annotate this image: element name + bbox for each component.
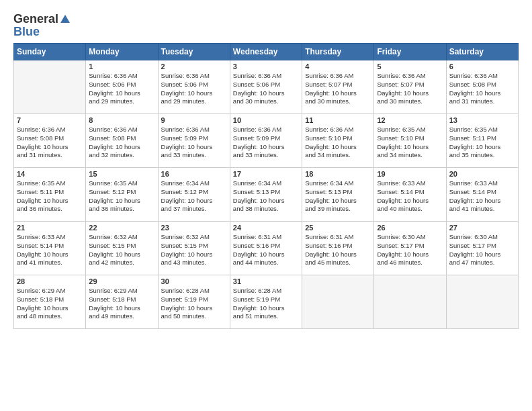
day-info: Sunrise: 6:36 AM Sunset: 5:08 PM Dayligh… (449, 72, 515, 106)
day-number: 24 (233, 224, 299, 232)
day-info: Sunrise: 6:35 AM Sunset: 5:12 PM Dayligh… (89, 179, 154, 214)
day-number: 9 (161, 116, 227, 124)
logo-blue: Blue (13, 25, 40, 39)
svg-marker-0 (60, 15, 70, 23)
calendar-header-row: SundayMondayTuesdayWednesdayThursdayFrid… (14, 44, 519, 60)
calendar-header-monday: Monday (86, 44, 158, 60)
day-info: Sunrise: 6:33 AM Sunset: 5:14 PM Dayligh… (377, 179, 443, 214)
calendar-cell: 17Sunrise: 6:34 AM Sunset: 5:13 PM Dayli… (230, 168, 302, 222)
day-number: 2 (161, 62, 227, 71)
day-number: 11 (305, 116, 371, 124)
day-number: 19 (377, 170, 443, 178)
calendar-header-friday: Friday (374, 44, 446, 60)
day-info: Sunrise: 6:36 AM Sunset: 5:06 PM Dayligh… (233, 72, 299, 106)
day-number: 23 (161, 224, 227, 232)
day-info: Sunrise: 6:36 AM Sunset: 5:06 PM Dayligh… (161, 72, 227, 106)
day-number: 7 (17, 116, 83, 124)
calendar-cell: 14Sunrise: 6:35 AM Sunset: 5:11 PM Dayli… (14, 168, 86, 222)
day-number: 28 (17, 277, 83, 285)
day-number: 6 (449, 62, 515, 71)
day-number: 15 (89, 170, 154, 178)
day-number: 8 (89, 116, 154, 124)
calendar-cell: 9Sunrise: 6:36 AM Sunset: 5:09 PM Daylig… (158, 114, 230, 168)
day-info: Sunrise: 6:36 AM Sunset: 5:08 PM Dayligh… (17, 126, 83, 160)
day-info: Sunrise: 6:33 AM Sunset: 5:14 PM Dayligh… (449, 179, 515, 214)
calendar-cell: 18Sunrise: 6:34 AM Sunset: 5:13 PM Dayli… (302, 168, 374, 222)
calendar-header-thursday: Thursday (302, 44, 374, 60)
calendar-cell: 2Sunrise: 6:36 AM Sunset: 5:06 PM Daylig… (158, 60, 230, 114)
day-number: 4 (305, 62, 371, 71)
calendar-cell: 21Sunrise: 6:33 AM Sunset: 5:14 PM Dayli… (14, 222, 86, 275)
calendar-cell: 6Sunrise: 6:36 AM Sunset: 5:08 PM Daylig… (446, 60, 518, 114)
header: General Blue (13, 12, 519, 39)
calendar-cell (302, 275, 374, 329)
day-info: Sunrise: 6:33 AM Sunset: 5:14 PM Dayligh… (17, 233, 83, 267)
calendar-cell: 3Sunrise: 6:36 AM Sunset: 5:06 PM Daylig… (230, 60, 302, 114)
calendar-cell (374, 275, 446, 329)
day-number: 30 (161, 277, 227, 285)
day-number: 5 (377, 62, 443, 71)
day-number: 25 (305, 224, 371, 232)
page: General Blue SundayMondayTuesdayWednesda… (0, 0, 532, 336)
calendar-cell: 29Sunrise: 6:29 AM Sunset: 5:18 PM Dayli… (86, 275, 158, 329)
calendar-header-sunday: Sunday (14, 44, 86, 60)
day-info: Sunrise: 6:36 AM Sunset: 5:07 PM Dayligh… (377, 72, 443, 106)
calendar-cell: 4Sunrise: 6:36 AM Sunset: 5:07 PM Daylig… (302, 60, 374, 114)
day-number: 31 (233, 277, 299, 285)
calendar-cell: 24Sunrise: 6:31 AM Sunset: 5:16 PM Dayli… (230, 222, 302, 275)
day-info: Sunrise: 6:35 AM Sunset: 5:11 PM Dayligh… (449, 126, 515, 160)
calendar-cell: 19Sunrise: 6:33 AM Sunset: 5:14 PM Dayli… (374, 168, 446, 222)
day-info: Sunrise: 6:36 AM Sunset: 5:10 PM Dayligh… (305, 126, 371, 160)
calendar-cell: 8Sunrise: 6:36 AM Sunset: 5:08 PM Daylig… (86, 114, 158, 168)
day-number: 22 (89, 224, 154, 232)
day-info: Sunrise: 6:31 AM Sunset: 5:16 PM Dayligh… (233, 233, 299, 267)
day-info: Sunrise: 6:28 AM Sunset: 5:19 PM Dayligh… (233, 287, 299, 321)
calendar-week-4: 21Sunrise: 6:33 AM Sunset: 5:14 PM Dayli… (14, 222, 519, 275)
calendar-week-5: 28Sunrise: 6:29 AM Sunset: 5:18 PM Dayli… (14, 275, 519, 329)
calendar-week-1: 1Sunrise: 6:36 AM Sunset: 5:06 PM Daylig… (14, 60, 519, 114)
day-number: 14 (17, 170, 83, 178)
day-info: Sunrise: 6:34 AM Sunset: 5:13 PM Dayligh… (233, 179, 299, 214)
day-info: Sunrise: 6:35 AM Sunset: 5:10 PM Dayligh… (377, 126, 443, 160)
calendar-cell: 23Sunrise: 6:32 AM Sunset: 5:15 PM Dayli… (158, 222, 230, 275)
calendar-table: SundayMondayTuesdayWednesdayThursdayFrid… (13, 43, 519, 329)
day-number: 12 (377, 116, 443, 124)
calendar-cell: 15Sunrise: 6:35 AM Sunset: 5:12 PM Dayli… (86, 168, 158, 222)
calendar-cell: 10Sunrise: 6:36 AM Sunset: 5:09 PM Dayli… (230, 114, 302, 168)
calendar-cell: 25Sunrise: 6:31 AM Sunset: 5:16 PM Dayli… (302, 222, 374, 275)
calendar-cell: 13Sunrise: 6:35 AM Sunset: 5:11 PM Dayli… (446, 114, 518, 168)
calendar-cell: 20Sunrise: 6:33 AM Sunset: 5:14 PM Dayli… (446, 168, 518, 222)
day-number: 1 (89, 62, 154, 71)
day-number: 21 (17, 224, 83, 232)
day-number: 10 (233, 116, 299, 124)
day-info: Sunrise: 6:34 AM Sunset: 5:13 PM Dayligh… (305, 179, 371, 214)
day-info: Sunrise: 6:36 AM Sunset: 5:09 PM Dayligh… (233, 126, 299, 160)
calendar-cell: 30Sunrise: 6:28 AM Sunset: 5:19 PM Dayli… (158, 275, 230, 329)
day-info: Sunrise: 6:36 AM Sunset: 5:08 PM Dayligh… (89, 126, 154, 160)
calendar-cell (14, 60, 86, 114)
day-info: Sunrise: 6:28 AM Sunset: 5:19 PM Dayligh… (161, 287, 227, 321)
day-info: Sunrise: 6:31 AM Sunset: 5:16 PM Dayligh… (305, 233, 371, 267)
day-info: Sunrise: 6:36 AM Sunset: 5:07 PM Dayligh… (305, 72, 371, 106)
day-number: 17 (233, 170, 299, 178)
day-info: Sunrise: 6:29 AM Sunset: 5:18 PM Dayligh… (89, 287, 154, 321)
calendar-cell: 26Sunrise: 6:30 AM Sunset: 5:17 PM Dayli… (374, 222, 446, 275)
calendar-week-2: 7Sunrise: 6:36 AM Sunset: 5:08 PM Daylig… (14, 114, 519, 168)
day-info: Sunrise: 6:29 AM Sunset: 5:18 PM Dayligh… (17, 287, 83, 321)
calendar-header-saturday: Saturday (446, 44, 518, 60)
day-number: 13 (449, 116, 515, 124)
calendar-header-wednesday: Wednesday (230, 44, 302, 60)
calendar-cell: 28Sunrise: 6:29 AM Sunset: 5:18 PM Dayli… (14, 275, 86, 329)
day-number: 26 (377, 224, 443, 232)
day-number: 18 (305, 170, 371, 178)
calendar-cell: 1Sunrise: 6:36 AM Sunset: 5:06 PM Daylig… (86, 60, 158, 114)
logo-general: General (13, 12, 58, 26)
calendar-cell: 11Sunrise: 6:36 AM Sunset: 5:10 PM Dayli… (302, 114, 374, 168)
day-number: 29 (89, 277, 154, 285)
calendar-cell: 27Sunrise: 6:30 AM Sunset: 5:17 PM Dayli… (446, 222, 518, 275)
day-info: Sunrise: 6:32 AM Sunset: 5:15 PM Dayligh… (161, 233, 227, 267)
day-number: 16 (161, 170, 227, 178)
day-info: Sunrise: 6:30 AM Sunset: 5:17 PM Dayligh… (377, 233, 443, 267)
day-number: 20 (449, 170, 515, 178)
calendar-cell: 31Sunrise: 6:28 AM Sunset: 5:19 PM Dayli… (230, 275, 302, 329)
